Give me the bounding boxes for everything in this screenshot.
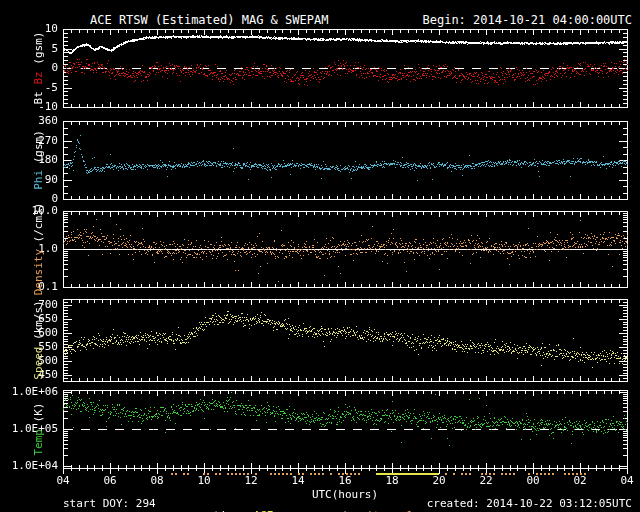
y-tick-label: 550 — [0, 341, 58, 353]
y-tick-label: 270 — [0, 135, 58, 147]
y-tick-label: 360 — [0, 115, 58, 127]
y-axis-title-bt-bz: Bt Bz (gsm) — [33, 32, 44, 105]
x-tick-label: 22 — [471, 475, 501, 487]
x-tick-label: 06 — [95, 475, 125, 487]
begin-timestamp: Begin: 2014-10-21 04:00:00UTC — [422, 14, 632, 27]
x-tick-label: 16 — [330, 475, 360, 487]
caution-text: caution:ACE maneuverdensity < 1 — [167, 498, 420, 512]
y-tick-label: 500 — [0, 355, 58, 367]
y-tick-label: 10 — [0, 23, 58, 35]
start-doy-label: start DOY: 294 — [63, 498, 156, 510]
y-tick-label: 0.1 — [0, 281, 58, 293]
plot-title: ACE RTSW (Estimated) MAG & SWEPAM — [90, 14, 328, 27]
y-tick-label: 450 — [0, 369, 58, 381]
x-tick-label: 18 — [377, 475, 407, 487]
y-axis-title-speed: Speed (km/s) — [33, 300, 44, 379]
y-tick-label: 650 — [0, 313, 58, 325]
y-axis-title-part: (gsm) — [32, 32, 45, 72]
y-tick-label: 1.0E+05 — [0, 423, 58, 435]
ace-rtsw-plot: ACE RTSW (Estimated) MAG & SWEPAM Begin:… — [0, 0, 640, 512]
panel-density-canvas — [0, 211, 640, 288]
x-tick-label: 10 — [189, 475, 219, 487]
y-axis-title-part: (km/s) — [32, 300, 45, 346]
y-tick-label: -10 — [0, 101, 58, 113]
y-tick-label: 90 — [0, 174, 58, 186]
x-tick-label: 02 — [565, 475, 595, 487]
y-tick-label: 600 — [0, 327, 58, 339]
panel-speed-canvas — [0, 299, 640, 382]
panel-bt-bz-canvas — [0, 29, 640, 108]
x-tick-label: 12 — [236, 475, 266, 487]
panel-phi-canvas — [0, 121, 640, 200]
y-axis-title-part: Temp — [32, 429, 45, 456]
y-tick-label: 1.0 — [0, 243, 58, 255]
y-axis-title-density: Density (/cm3) — [33, 203, 44, 296]
x-tick-label: 00 — [518, 475, 548, 487]
y-axis-title-part: (gsm) — [32, 130, 45, 170]
created-timestamp: created: 2014-10-22 03:12:05UTC — [427, 498, 632, 510]
y-tick-label: 1.0E+06 — [0, 386, 58, 398]
y-axis-title-part: (K) — [32, 403, 45, 430]
y-axis-title-part: Speed — [32, 347, 45, 380]
y-tick-label: 700 — [0, 299, 58, 311]
x-tick-label: 04 — [612, 475, 640, 487]
y-tick-label: 5 — [0, 43, 58, 55]
x-tick-label: 04 — [48, 475, 78, 487]
y-axis-title-part: Bz — [32, 71, 45, 84]
y-axis-title-part: (/cm3) — [32, 203, 45, 249]
x-tick-label: 14 — [283, 475, 313, 487]
y-tick-label: 10.0 — [0, 205, 58, 217]
y-axis-title-part: Density — [32, 249, 45, 295]
y-axis-title-part: Bt — [32, 85, 45, 105]
x-tick-label: 20 — [424, 475, 454, 487]
y-tick-label: 180 — [0, 154, 58, 166]
y-axis-title-temp: Temp (K) — [33, 403, 44, 456]
y-tick-label: -5 — [0, 82, 58, 94]
y-axis-title-part: Phi — [32, 170, 45, 190]
panel-temp-canvas — [0, 390, 640, 469]
x-tick-label: 08 — [142, 475, 172, 487]
y-tick-label: 0 — [0, 62, 58, 74]
y-axis-title-phi: Phi (gsm) — [33, 130, 44, 190]
